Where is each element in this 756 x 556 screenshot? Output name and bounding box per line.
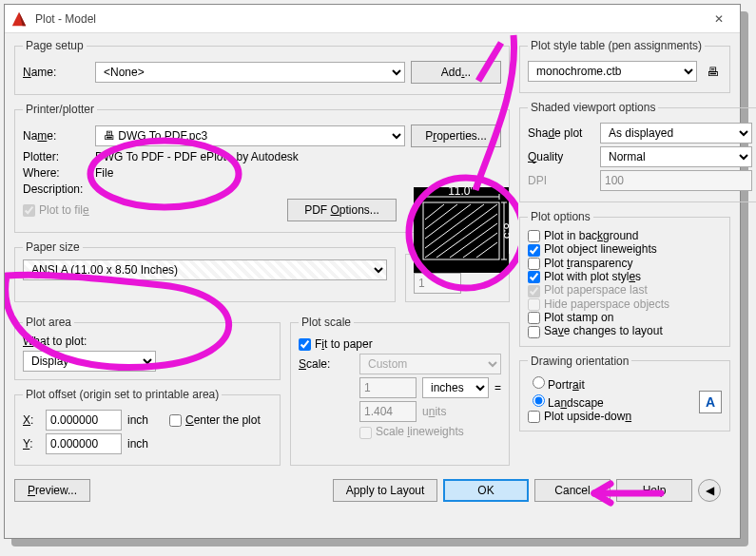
opt-bg-checkbox[interactable]: [528, 230, 540, 242]
shaded-viewport-group: Shaded viewport options Shade plotAs dis…: [519, 101, 756, 202]
close-icon: ✕: [714, 12, 724, 26]
scale-lineweights-checkbox: [359, 427, 372, 439]
offset-x-input[interactable]: [46, 410, 122, 431]
fit-to-paper-label[interactable]: Fit to paper: [299, 337, 373, 351]
opt-bg[interactable]: Plot in background: [528, 229, 638, 242]
printer-name-label: Name:: [23, 129, 89, 143]
page-setup-name-select[interactable]: <None>: [95, 62, 405, 83]
opt-sc-checkbox[interactable]: [528, 326, 540, 338]
opt-pl: Plot paperspace last: [528, 283, 648, 297]
opt-st-checkbox[interactable]: [528, 312, 540, 324]
window-title: Plot - Model: [35, 12, 698, 26]
center-plot-checkbox[interactable]: [169, 414, 182, 427]
plot-to-file-checkbox: [23, 204, 35, 217]
opt-lw-checkbox[interactable]: [528, 244, 540, 257]
opt-pl-checkbox: [528, 285, 540, 297]
scale-denom-input: [359, 401, 417, 422]
paper-size-select[interactable]: ANSI A (11.00 x 8.50 Inches): [23, 259, 387, 280]
edit-ctb-button[interactable]: 🖶: [703, 62, 722, 81]
plot-options-group: Plot options Plot in background Plot obj…: [519, 210, 730, 347]
shade-plot-label: Shade plot: [528, 126, 594, 140]
svg-text:11.0″: 11.0″: [448, 187, 475, 198]
page-setup-name-label: Name:: [23, 66, 89, 79]
plot-to-file-checkbox-label: Plot to file: [23, 203, 89, 217]
plot-area-group: Plot area What to plot: Display: [14, 316, 281, 380]
help-button[interactable]: Help: [616, 479, 692, 502]
opt-st[interactable]: Plot stamp on: [528, 311, 613, 324]
opt-hp: Hide paperspace objects: [528, 297, 669, 311]
landscape-label[interactable]: Landscape: [528, 396, 604, 410]
fit-to-paper-checkbox[interactable]: [299, 338, 311, 351]
offset-y-label: Y:: [23, 437, 40, 451]
opt-sc[interactable]: Save changes to layout: [528, 324, 663, 337]
copies-input: [414, 273, 461, 294]
orientation-icon: A: [699, 391, 722, 413]
where-value: File: [95, 166, 113, 180]
collapse-button[interactable]: ◀: [698, 479, 721, 502]
page-setup-legend: Page setup: [23, 39, 87, 52]
plot-offset-group: Plot offset (origin set to printable are…: [14, 388, 281, 466]
plot-options-legend: Plot options: [528, 210, 593, 223]
dpi-input: [600, 170, 752, 191]
pdf-options-button[interactable]: PDF Options...: [287, 199, 397, 221]
apply-to-layout-button[interactable]: Apply to Layout: [333, 479, 437, 502]
scale-units-select[interactable]: inches: [422, 377, 489, 398]
cancel-button[interactable]: Cancel: [534, 479, 611, 502]
plot-style-table-legend: Plot style table (pen assignments): [528, 39, 705, 52]
plotter-value: DWG To PDF - PDF ePlot - by Autodesk: [95, 150, 299, 163]
offset-y-units: inch: [127, 437, 148, 451]
scale-select: Custom: [359, 354, 501, 374]
add-button[interactable]: Add...: [411, 61, 501, 84]
scale-label: Scale:: [299, 357, 354, 371]
portrait-label[interactable]: Portrait: [528, 378, 585, 392]
opt-ps-checkbox[interactable]: [528, 271, 540, 283]
upside-down-checkbox[interactable]: [528, 411, 540, 423]
shaded-viewport-legend: Shaded viewport options: [528, 101, 658, 114]
plot-style-table-group: Plot style table (pen assignments) monoc…: [519, 39, 730, 93]
opt-hp-checkbox: [528, 298, 540, 311]
what-to-plot-select[interactable]: Display: [23, 351, 156, 372]
opt-tr[interactable]: Plot transparency: [528, 257, 632, 270]
shade-plot-select[interactable]: As displayed: [600, 123, 752, 144]
plotter-label: Plotter:: [23, 150, 89, 163]
page-setup-group: Page setup Name: <None> Add...: [14, 39, 510, 95]
scale-lineweights-label: Scale lineweights: [359, 425, 464, 438]
svg-text:8.5″: 8.5″: [501, 223, 509, 244]
offset-x-label: X:: [23, 413, 40, 427]
opt-tr-checkbox[interactable]: [528, 258, 540, 270]
paper-size-legend: Paper size: [23, 240, 83, 254]
paper-preview: 11.0″ 8.5″: [414, 187, 509, 273]
preview-button[interactable]: Preview...: [14, 479, 90, 502]
printer-name-select[interactable]: 🖶 DWG To PDF.pc3: [95, 125, 405, 146]
scale-denom-units: units: [422, 405, 446, 418]
center-plot-label[interactable]: Center the plot: [169, 413, 261, 427]
titlebar: Plot - Model ✕: [5, 5, 740, 33]
opt-lw[interactable]: Plot object lineweights: [528, 242, 657, 256]
dpi-label: DPI: [528, 174, 594, 187]
properties-button[interactable]: Properties...: [411, 125, 501, 147]
plot-scale-legend: Plot scale: [299, 316, 354, 329]
scale-eq: =: [494, 381, 501, 394]
close-button[interactable]: ✕: [698, 5, 740, 33]
landscape-radio[interactable]: [533, 394, 545, 407]
orientation-legend: Drawing orientation: [528, 355, 631, 368]
offset-y-input[interactable]: [46, 433, 122, 454]
chevron-left-icon: ◀: [706, 484, 714, 497]
plot-area-legend: Plot area: [23, 316, 74, 329]
paper-size-group: Paper size ANSI A (11.00 x 8.50 Inches): [14, 240, 396, 302]
app-logo-icon: [10, 10, 28, 28]
quality-select[interactable]: Normal: [600, 146, 752, 167]
offset-x-units: inch: [127, 413, 148, 427]
upside-down-label[interactable]: Plot upside-down: [528, 410, 631, 423]
plot-dialog: Plot - Model ✕ Page setup Name: <None> A…: [4, 4, 741, 539]
scale-num-input: [359, 377, 417, 398]
description-label: Description:: [23, 182, 89, 196]
plot-style-table-select[interactable]: monochrome.ctb: [528, 61, 697, 82]
where-label: Where:: [23, 166, 89, 180]
ok-button[interactable]: OK: [443, 479, 529, 502]
portrait-radio[interactable]: [533, 376, 545, 389]
quality-label: Quality: [528, 150, 594, 163]
opt-ps[interactable]: Plot with plot styles: [528, 270, 641, 283]
plot-offset-legend: Plot offset (origin set to printable are…: [23, 388, 222, 401]
printer-legend: Printer/plotter: [23, 103, 97, 116]
